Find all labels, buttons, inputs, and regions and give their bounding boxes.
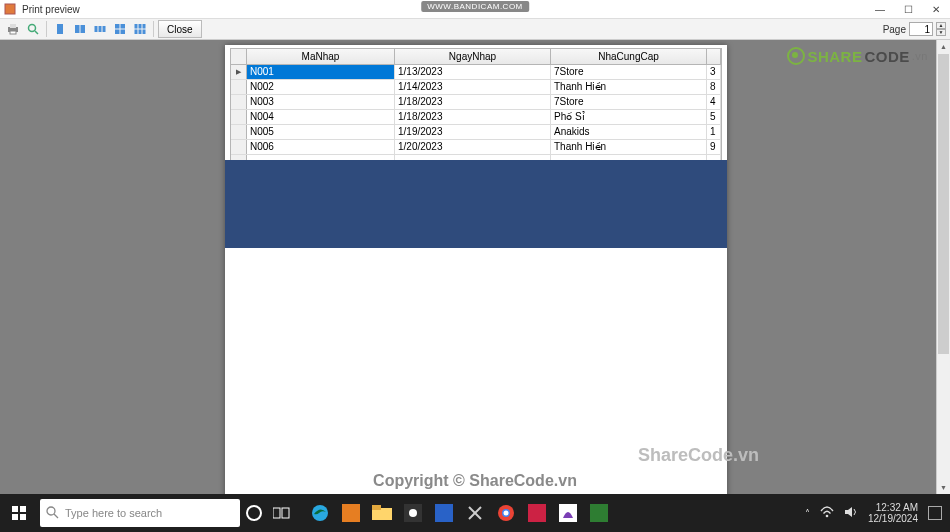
svg-rect-23 xyxy=(20,506,26,512)
tray-volume-icon[interactable] xyxy=(844,506,858,520)
threepage-icon[interactable] xyxy=(91,20,109,38)
scroll-thumb[interactable] xyxy=(938,54,949,354)
row-indicator-icon xyxy=(231,110,247,124)
zoom-icon[interactable] xyxy=(24,20,42,38)
row-indicator-icon xyxy=(231,140,247,154)
svg-rect-15 xyxy=(121,30,126,35)
cell-manha[interactable]: N005 xyxy=(247,125,395,139)
fourpage-icon[interactable] xyxy=(111,20,129,38)
page-down-button[interactable]: ▼ xyxy=(936,29,946,36)
col-header-manha[interactable]: MaNhap xyxy=(247,49,395,64)
taskbar-search[interactable]: Type here to search xyxy=(40,499,240,527)
minimize-button[interactable]: — xyxy=(866,0,894,18)
app-blue-icon[interactable] xyxy=(430,499,458,527)
tray-time: 12:32 AM xyxy=(868,502,918,513)
app-red-icon[interactable] xyxy=(523,499,551,527)
twopage-icon[interactable] xyxy=(71,20,89,38)
table-row[interactable]: N002 1/14/2023 Thanh Hiền 8 xyxy=(231,80,721,95)
chrome-icon[interactable] xyxy=(492,499,520,527)
tray-chevron-icon[interactable]: ˄ xyxy=(805,508,810,519)
close-preview-button[interactable]: Close xyxy=(158,20,202,38)
notifications-icon[interactable] xyxy=(928,506,942,520)
svg-rect-17 xyxy=(139,24,142,29)
watermark-copyright: Copyright © ShareCode.vn xyxy=(373,472,577,490)
edge-icon[interactable] xyxy=(306,499,334,527)
separator xyxy=(46,21,47,37)
row-indicator-icon xyxy=(231,125,247,139)
svg-point-30 xyxy=(312,505,328,521)
preview-workspace: MaNhap NgayNhap NhaCungCap ▶ N001 1/13/2… xyxy=(0,40,950,494)
table-row[interactable]: ▶ N001 1/13/2023 7Store 3 xyxy=(231,65,721,80)
page-number-input[interactable] xyxy=(909,22,933,36)
task-view-icon[interactable] xyxy=(268,499,296,527)
cell-manha[interactable]: N006 xyxy=(247,140,395,154)
table-row[interactable]: N005 1/19/2023 Anakids 1 xyxy=(231,125,721,140)
separator xyxy=(153,21,154,37)
svg-rect-14 xyxy=(115,30,120,35)
search-icon xyxy=(46,506,59,521)
cell-extra[interactable]: 3 xyxy=(707,65,721,79)
tray-clock[interactable]: 12:32 AM 12/19/2024 xyxy=(868,502,918,524)
cell-extra[interactable]: 5 xyxy=(707,110,721,124)
onepage-icon[interactable] xyxy=(51,20,69,38)
cell-nhacungcap[interactable]: 7Store xyxy=(551,65,707,79)
maximize-button[interactable]: ☐ xyxy=(894,0,922,18)
table-row[interactable]: N006 1/20/2023 Thanh Hiền 9 xyxy=(231,140,721,155)
page-up-button[interactable]: ▲ xyxy=(936,22,946,29)
cell-ngaynhap[interactable]: 1/20/2023 xyxy=(395,140,551,154)
blue-panel xyxy=(225,160,727,248)
app-purple-icon[interactable] xyxy=(554,499,582,527)
svg-rect-19 xyxy=(135,30,138,35)
table-row[interactable]: N004 1/18/2023 Phố Sỉ 5 xyxy=(231,110,721,125)
taskbar[interactable]: Type here to search ˄ 12:32 AM 12/19/202… xyxy=(0,494,950,532)
cell-extra[interactable]: 9 xyxy=(707,140,721,154)
svg-rect-24 xyxy=(12,514,18,520)
cell-nhacungcap[interactable]: Thanh Hiền xyxy=(551,140,707,154)
svg-rect-31 xyxy=(342,504,360,522)
cell-ngaynhap[interactable]: 1/18/2023 xyxy=(395,95,551,109)
col-header-nhacungcap[interactable]: NhaCungCap xyxy=(551,49,707,64)
tray-wifi-icon[interactable] xyxy=(820,506,834,520)
sixpage-icon[interactable] xyxy=(131,20,149,38)
cell-nhacungcap[interactable]: 7Store xyxy=(551,95,707,109)
cell-manha[interactable]: N003 xyxy=(247,95,395,109)
close-window-button[interactable]: ✕ xyxy=(922,0,950,18)
cell-extra[interactable]: 8 xyxy=(707,80,721,94)
preview-page: MaNhap NgayNhap NhaCungCap ▶ N001 1/13/2… xyxy=(225,45,727,494)
app-orange-icon[interactable] xyxy=(337,499,365,527)
cell-nhacungcap[interactable]: Anakids xyxy=(551,125,707,139)
app-green-icon[interactable] xyxy=(585,499,613,527)
svg-rect-42 xyxy=(590,504,608,522)
cell-ngaynhap[interactable]: 1/14/2023 xyxy=(395,80,551,94)
start-button[interactable] xyxy=(0,494,38,532)
scroll-up-icon[interactable]: ▲ xyxy=(937,40,950,53)
sharecode-logo: SHARECODE.vn xyxy=(787,47,928,65)
cell-ngaynhap[interactable]: 1/13/2023 xyxy=(395,65,551,79)
cell-manha[interactable]: N002 xyxy=(247,80,395,94)
app-dark-icon[interactable] xyxy=(399,499,427,527)
col-header-ngaynhap[interactable]: NgayNhap xyxy=(395,49,551,64)
data-grid[interactable]: MaNhap NgayNhap NhaCungCap ▶ N001 1/13/2… xyxy=(230,48,722,171)
table-row[interactable]: N003 1/18/2023 7Store 4 xyxy=(231,95,721,110)
vertical-scrollbar[interactable]: ▲ ▼ xyxy=(936,40,950,494)
page-label: Page xyxy=(883,24,906,35)
cell-nhacungcap[interactable]: Thanh Hiền xyxy=(551,80,707,94)
cortana-icon[interactable] xyxy=(240,499,268,527)
watermark-center: ShareCode.vn xyxy=(638,445,759,466)
window-title: Print preview xyxy=(20,4,80,15)
cell-ngaynhap[interactable]: 1/18/2023 xyxy=(395,110,551,124)
cell-manha[interactable]: N001 xyxy=(247,65,395,79)
cell-extra[interactable]: 4 xyxy=(707,95,721,109)
svg-rect-21 xyxy=(143,30,146,35)
svg-rect-16 xyxy=(135,24,138,29)
print-icon[interactable] xyxy=(4,20,22,38)
app-tools-icon[interactable] xyxy=(461,499,489,527)
svg-rect-10 xyxy=(99,26,102,32)
cell-manha[interactable]: N004 xyxy=(247,110,395,124)
explorer-icon[interactable] xyxy=(368,499,396,527)
cell-extra[interactable]: 1 xyxy=(707,125,721,139)
cell-nhacungcap[interactable]: Phố Sỉ xyxy=(551,110,707,124)
svg-rect-13 xyxy=(121,24,126,29)
cell-ngaynhap[interactable]: 1/19/2023 xyxy=(395,125,551,139)
scroll-down-icon[interactable]: ▼ xyxy=(937,481,950,494)
